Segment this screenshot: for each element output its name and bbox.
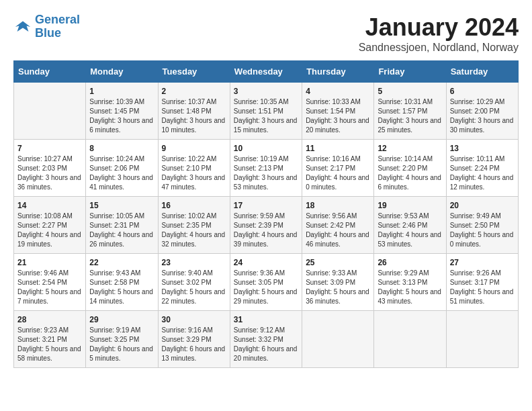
cell-daylight-info: Sunrise: 10:16 AM Sunset: 2:17 PM Daylig… [306,154,370,192]
cell-daylight-info: Sunrise: 10:02 AM Sunset: 2:35 PM Daylig… [162,212,226,249]
date-number: 18 [306,201,370,210]
title-section: January 2024 Sandnessjoen, Nordland, Nor… [359,13,519,54]
calendar-cell: 19Sunrise: 9:53 AM Sunset: 2:46 PM Dayli… [374,197,446,254]
calendar-cell [302,311,374,368]
calendar-cell: 13Sunrise: 10:11 AM Sunset: 2:24 PM Dayl… [446,140,518,197]
cell-daylight-info: Sunrise: 10:29 AM Sunset: 2:00 PM Daylig… [450,97,515,135]
cell-daylight-info: Sunrise: 10:22 AM Sunset: 2:10 PM Daylig… [162,154,226,192]
date-number: 21 [17,258,82,267]
date-number: 3 [234,87,298,96]
calendar-cell: 5Sunrise: 10:31 AM Sunset: 1:57 PM Dayli… [374,83,446,140]
calendar-cell: 8Sunrise: 10:24 AM Sunset: 2:06 PM Dayli… [86,140,158,197]
calendar-cell: 3Sunrise: 10:35 AM Sunset: 1:51 PM Dayli… [230,83,302,140]
date-number: 29 [89,315,154,324]
subtitle: Sandnessjoen, Nordland, Norway [359,42,519,54]
date-number: 16 [162,201,226,210]
cell-daylight-info: Sunrise: 10:24 AM Sunset: 2:06 PM Daylig… [89,154,154,192]
calendar-cell: 7Sunrise: 10:27 AM Sunset: 2:03 PM Dayli… [14,140,86,197]
day-header-friday: Friday [374,61,446,83]
date-number: 9 [162,144,226,153]
date-number: 1 [89,87,154,96]
date-number: 27 [450,258,515,267]
cell-daylight-info: Sunrise: 10:05 AM Sunset: 2:31 PM Daylig… [89,212,154,249]
date-number: 22 [89,258,154,267]
cell-daylight-info: Sunrise: 10:31 AM Sunset: 1:57 PM Daylig… [378,97,442,135]
date-number: 14 [17,201,82,210]
cell-daylight-info: Sunrise: 10:14 AM Sunset: 2:20 PM Daylig… [378,154,442,192]
calendar-cell: 16Sunrise: 10:02 AM Sunset: 2:35 PM Dayl… [158,197,230,254]
calendar-week-row: 21Sunrise: 9:46 AM Sunset: 2:54 PM Dayli… [14,254,519,311]
date-number: 20 [450,201,515,210]
cell-daylight-info: Sunrise: 9:59 AM Sunset: 2:39 PM Dayligh… [234,212,298,249]
cell-daylight-info: Sunrise: 9:53 AM Sunset: 2:46 PM Dayligh… [378,212,442,249]
calendar-cell: 1Sunrise: 10:39 AM Sunset: 1:45 PM Dayli… [86,83,158,140]
calendar-cell: 28Sunrise: 9:23 AM Sunset: 3:21 PM Dayli… [14,311,86,368]
cell-daylight-info: Sunrise: 10:37 AM Sunset: 1:48 PM Daylig… [162,97,226,135]
cell-daylight-info: Sunrise: 9:12 AM Sunset: 3:32 PM Dayligh… [234,326,298,363]
calendar-cell: 12Sunrise: 10:14 AM Sunset: 2:20 PM Dayl… [374,140,446,197]
date-number: 26 [378,258,442,267]
calendar-cell: 10Sunrise: 10:19 AM Sunset: 2:13 PM Dayl… [230,140,302,197]
date-number: 8 [89,144,154,153]
calendar-cell: 25Sunrise: 9:33 AM Sunset: 3:09 PM Dayli… [302,254,374,311]
date-number: 28 [17,315,82,324]
date-number: 23 [162,258,226,267]
day-header-saturday: Saturday [446,61,518,83]
date-number: 15 [89,201,154,210]
logo-text: General Blue [35,13,80,40]
calendar-cell: 26Sunrise: 9:29 AM Sunset: 3:13 PM Dayli… [374,254,446,311]
calendar-week-row: 7Sunrise: 10:27 AM Sunset: 2:03 PM Dayli… [14,140,519,197]
cell-daylight-info: Sunrise: 10:11 AM Sunset: 2:24 PM Daylig… [450,154,515,192]
date-number: 4 [306,87,370,96]
calendar-cell: 9Sunrise: 10:22 AM Sunset: 2:10 PM Dayli… [158,140,230,197]
date-number: 24 [234,258,298,267]
header: General Blue January 2024 Sandnessjoen, … [13,13,519,54]
calendar-cell: 2Sunrise: 10:37 AM Sunset: 1:48 PM Dayli… [158,83,230,140]
calendar-cell: 22Sunrise: 9:43 AM Sunset: 2:58 PM Dayli… [86,254,158,311]
calendar-cell: 6Sunrise: 10:29 AM Sunset: 2:00 PM Dayli… [446,83,518,140]
calendar-cell: 4Sunrise: 10:33 AM Sunset: 1:54 PM Dayli… [302,83,374,140]
day-header-tuesday: Tuesday [158,61,230,83]
calendar-cell [14,83,86,140]
date-number: 12 [378,144,442,153]
cell-daylight-info: Sunrise: 9:49 AM Sunset: 2:50 PM Dayligh… [450,212,515,249]
cell-daylight-info: Sunrise: 10:08 AM Sunset: 2:27 PM Daylig… [17,212,82,249]
date-number: 2 [162,87,226,96]
day-header-thursday: Thursday [302,61,374,83]
calendar-cell: 11Sunrise: 10:16 AM Sunset: 2:17 PM Dayl… [302,140,374,197]
date-number: 30 [162,315,226,324]
calendar-cell: 24Sunrise: 9:36 AM Sunset: 3:05 PM Dayli… [230,254,302,311]
calendar-table: SundayMondayTuesdayWednesdayThursdayFrid… [13,60,519,368]
cell-daylight-info: Sunrise: 9:33 AM Sunset: 3:09 PM Dayligh… [306,269,370,306]
cell-daylight-info: Sunrise: 9:56 AM Sunset: 2:42 PM Dayligh… [306,212,370,249]
cell-daylight-info: Sunrise: 9:16 AM Sunset: 3:29 PM Dayligh… [162,326,226,363]
date-number: 25 [306,258,370,267]
calendar-week-row: 28Sunrise: 9:23 AM Sunset: 3:21 PM Dayli… [14,311,519,368]
cell-daylight-info: Sunrise: 9:43 AM Sunset: 2:58 PM Dayligh… [89,269,154,306]
main-title: January 2024 [359,13,519,42]
calendar-cell: 17Sunrise: 9:59 AM Sunset: 2:39 PM Dayli… [230,197,302,254]
cell-daylight-info: Sunrise: 10:39 AM Sunset: 1:45 PM Daylig… [89,97,154,135]
date-number: 31 [234,315,298,324]
date-number: 10 [234,144,298,153]
calendar-cell: 14Sunrise: 10:08 AM Sunset: 2:27 PM Dayl… [14,197,86,254]
cell-daylight-info: Sunrise: 10:33 AM Sunset: 1:54 PM Daylig… [306,97,370,135]
calendar-cell: 18Sunrise: 9:56 AM Sunset: 2:42 PM Dayli… [302,197,374,254]
day-header-sunday: Sunday [14,61,86,83]
cell-daylight-info: Sunrise: 9:23 AM Sunset: 3:21 PM Dayligh… [17,326,82,363]
calendar-cell: 27Sunrise: 9:26 AM Sunset: 3:17 PM Dayli… [446,254,518,311]
cell-daylight-info: Sunrise: 9:40 AM Sunset: 3:02 PM Dayligh… [162,269,226,306]
cell-daylight-info: Sunrise: 10:35 AM Sunset: 1:51 PM Daylig… [234,97,298,135]
calendar-cell [446,311,518,368]
date-number: 7 [17,144,82,153]
date-number: 6 [450,87,515,96]
cell-daylight-info: Sunrise: 9:36 AM Sunset: 3:05 PM Dayligh… [234,269,298,306]
date-number: 19 [378,201,442,210]
svg-marker-0 [15,21,30,31]
calendar-cell: 30Sunrise: 9:16 AM Sunset: 3:29 PM Dayli… [158,311,230,368]
calendar-week-row: 14Sunrise: 10:08 AM Sunset: 2:27 PM Dayl… [14,197,519,254]
date-number: 13 [450,144,515,153]
calendar-cell: 15Sunrise: 10:05 AM Sunset: 2:31 PM Dayl… [86,197,158,254]
cell-daylight-info: Sunrise: 10:27 AM Sunset: 2:03 PM Daylig… [17,154,82,192]
logo: General Blue [13,13,80,40]
